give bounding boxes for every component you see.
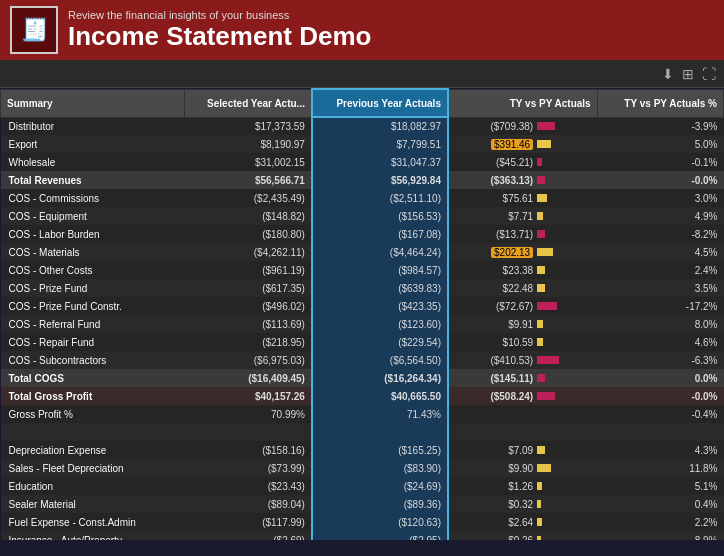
row-selected: $17,373.59	[184, 117, 312, 135]
filter-icon[interactable]: ⬇	[662, 66, 674, 82]
table-row: COS - Labor Burden($180.80)($167.08)($13…	[1, 225, 724, 243]
row-ty-vs-py-pct: -3.9%	[597, 117, 723, 135]
row-ty-vs-py: $10.59	[448, 333, 597, 351]
row-name: Total Gross Profit	[1, 387, 185, 405]
row-selected: ($73.99)	[184, 459, 312, 477]
row-selected: $8,190.97	[184, 135, 312, 153]
table-row: Sealer Material($89.04)($89.36)$0.320.4%	[1, 495, 724, 513]
highlighted-value: $391.46	[491, 139, 533, 150]
row-selected: ($961.19)	[184, 261, 312, 279]
row-previous: $7,799.51	[312, 135, 448, 153]
row-name: Export	[1, 135, 185, 153]
ty-py-value: ($45.21)	[496, 157, 533, 168]
row-previous: $18,082.97	[312, 117, 448, 135]
row-previous: ($2,511.10)	[312, 189, 448, 207]
row-ty-vs-py-pct: 4.9%	[597, 207, 723, 225]
row-previous: ($156.53)	[312, 207, 448, 225]
row-ty-vs-py-pct: 4.5%	[597, 243, 723, 261]
row-name: COS - Prize Fund	[1, 279, 185, 297]
row-ty-vs-py-pct: -0.0%	[597, 387, 723, 405]
row-previous: $40,665.50	[312, 387, 448, 405]
row-previous: ($120.63)	[312, 513, 448, 531]
row-ty-vs-py-pct: 4.6%	[597, 333, 723, 351]
row-name: Education	[1, 477, 185, 495]
row-ty-vs-py: ($410.53)	[448, 351, 597, 369]
table-header-row: Summary Selected Year Actu... Previous Y…	[1, 89, 724, 117]
funnel-icon[interactable]: ⊞	[682, 66, 694, 82]
table-row: COS - Equipment($148.82)($156.53)$7.714.…	[1, 207, 724, 225]
row-name: Distributor	[1, 117, 185, 135]
table-row: COS - Other Costs($961.19)($984.57)$23.3…	[1, 261, 724, 279]
row-previous: ($4,464.24)	[312, 243, 448, 261]
ty-py-value: ($145.11)	[490, 373, 533, 384]
row-ty-vs-py: $75.61	[448, 189, 597, 207]
row-previous	[312, 423, 448, 441]
row-previous: ($89.36)	[312, 495, 448, 513]
row-ty-vs-py	[448, 423, 597, 441]
row-ty-vs-py-pct: -0.4%	[597, 405, 723, 423]
row-ty-vs-py: $22.48	[448, 279, 597, 297]
row-name: COS - Commissions	[1, 189, 185, 207]
table-row: COS - Prize Fund Constr.($496.02)($423.3…	[1, 297, 724, 315]
row-selected: $31,002.15	[184, 153, 312, 171]
row-previous: ($167.08)	[312, 225, 448, 243]
row-ty-vs-py: $0.26	[448, 531, 597, 540]
row-ty-vs-py: ($709.38)	[448, 117, 597, 135]
row-ty-vs-py: ($508.24)	[448, 387, 597, 405]
table-row: Insurance - Auto/Property($2.69)($2.95)$…	[1, 531, 724, 540]
row-ty-vs-py-pct: 2.4%	[597, 261, 723, 279]
ty-py-value: $7.71	[508, 211, 533, 222]
row-previous: ($984.57)	[312, 261, 448, 279]
row-ty-vs-py: $7.71	[448, 207, 597, 225]
table-row	[1, 423, 724, 441]
row-previous: ($83.90)	[312, 459, 448, 477]
row-ty-vs-py-pct: 3.5%	[597, 279, 723, 297]
row-selected: ($113.69)	[184, 315, 312, 333]
row-ty-vs-py: $391.46	[448, 135, 597, 153]
expand-icon[interactable]: ⛶	[702, 66, 716, 82]
row-selected: ($158.16)	[184, 441, 312, 459]
table-row: Wholesale$31,002.15$31,047.37($45.21)-0.…	[1, 153, 724, 171]
ty-py-value: ($13.71)	[496, 229, 533, 240]
data-table-container: Summary Selected Year Actu... Previous Y…	[0, 88, 724, 540]
row-ty-vs-py-pct: 5.0%	[597, 135, 723, 153]
ty-py-value: ($72.67)	[496, 301, 533, 312]
row-name: Gross Profit %	[1, 405, 185, 423]
ty-py-value: ($709.38)	[490, 121, 533, 132]
row-previous: $31,047.37	[312, 153, 448, 171]
row-ty-vs-py: $202.13	[448, 243, 597, 261]
row-ty-vs-py-pct: 4.3%	[597, 441, 723, 459]
row-ty-vs-py: $9.90	[448, 459, 597, 477]
row-ty-vs-py-pct: -6.3%	[597, 351, 723, 369]
row-ty-vs-py: $0.32	[448, 495, 597, 513]
row-ty-vs-py: $23.38	[448, 261, 597, 279]
col-header-ty-vs-py-pct: TY vs PY Actuals %	[597, 89, 723, 117]
col-header-ty-vs-py: TY vs PY Actuals	[448, 89, 597, 117]
row-ty-vs-py-pct	[597, 423, 723, 441]
ty-py-value: $7.09	[508, 445, 533, 456]
row-previous: ($165.25)	[312, 441, 448, 459]
table-row: Fuel Expense - Const.Admin($117.99)($120…	[1, 513, 724, 531]
row-previous: ($229.54)	[312, 333, 448, 351]
row-selected: ($496.02)	[184, 297, 312, 315]
header: 🧾 Review the financial insights of your …	[0, 0, 724, 60]
row-previous: ($423.35)	[312, 297, 448, 315]
table-row: COS - Commissions($2,435.49)($2,511.10)$…	[1, 189, 724, 207]
header-subtitle: Review the financial insights of your bu…	[68, 9, 371, 21]
row-selected: ($23.43)	[184, 477, 312, 495]
app-icon: 🧾	[10, 6, 58, 54]
row-name: Total Revenues	[1, 171, 185, 189]
row-name: Sales - Fleet Depreciation	[1, 459, 185, 477]
ty-py-value: $23.38	[503, 265, 534, 276]
app-container: 🧾 Review the financial insights of your …	[0, 0, 724, 540]
row-ty-vs-py-pct: -0.0%	[597, 171, 723, 189]
table-row: COS - Referral Fund($113.69)($123.60)$9.…	[1, 315, 724, 333]
row-ty-vs-py: $1.26	[448, 477, 597, 495]
ty-py-value: $10.59	[503, 337, 534, 348]
ty-py-value: ($410.53)	[490, 355, 533, 366]
row-selected: ($117.99)	[184, 513, 312, 531]
row-ty-vs-py-pct: 11.8%	[597, 459, 723, 477]
row-ty-vs-py: ($72.67)	[448, 297, 597, 315]
ty-py-value: $2.64	[508, 517, 533, 528]
row-ty-vs-py-pct: 8.9%	[597, 531, 723, 540]
